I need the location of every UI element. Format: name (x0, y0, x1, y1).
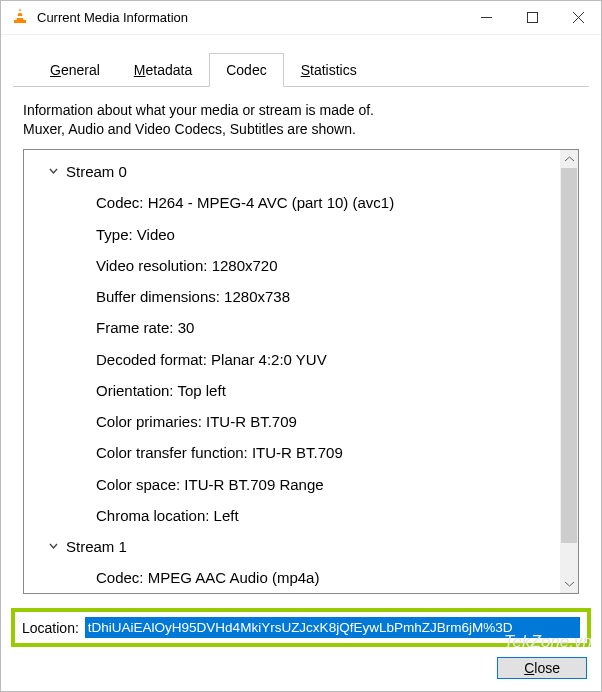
scrollbar[interactable] (560, 150, 578, 593)
svg-rect-1 (17, 11, 23, 13)
vlc-icon (11, 7, 29, 29)
svg-marker-0 (16, 8, 24, 21)
tab-statistics[interactable]: Statistics (284, 53, 374, 87)
stream-node[interactable]: Stream 0 (24, 156, 560, 187)
codec-tree[interactable]: Stream 0Codec: H264 - MPEG-4 AVC (part 1… (23, 149, 579, 594)
stream-property[interactable]: Color space: ITU-R BT.709 Range (24, 469, 560, 500)
stream-property[interactable]: Color transfer function: ITU-R BT.709 (24, 437, 560, 468)
stream-property[interactable]: Buffer dimensions: 1280x738 (24, 281, 560, 312)
stream-property[interactable]: Type: Video (24, 219, 560, 250)
stream-property[interactable]: Codec: MPEG AAC Audio (mp4a) (24, 562, 560, 593)
stream-property[interactable]: Color primaries: ITU-R BT.709 (24, 406, 560, 437)
chevron-down-icon[interactable] (46, 166, 60, 177)
stream-node[interactable]: Stream 1 (24, 531, 560, 562)
stream-name: Stream 0 (66, 160, 127, 183)
scroll-down-arrow[interactable] (560, 575, 578, 593)
maximize-button[interactable] (509, 2, 555, 34)
tab-metadata[interactable]: Metadata (117, 53, 209, 87)
stream-property[interactable]: Chroma location: Left (24, 500, 560, 531)
stream-property[interactable]: Codec: H264 - MPEG-4 AVC (part 10) (avc1… (24, 187, 560, 218)
info-description: Information about what your media or str… (1, 87, 601, 149)
close-button[interactable]: Close (497, 657, 587, 679)
stream-property[interactable]: Orientation: Top left (24, 375, 560, 406)
tab-codec[interactable]: Codec (209, 53, 283, 87)
svg-rect-5 (527, 13, 537, 23)
stream-name: Stream 1 (66, 535, 127, 558)
location-label: Location: (22, 620, 79, 636)
close-window-button[interactable] (555, 2, 601, 34)
svg-rect-2 (16, 16, 23, 18)
tab-general[interactable]: General (33, 53, 117, 87)
location-input[interactable]: tDhiUAiEAlOyH95DVHd4MkiYrsUZJcxK8jQfEywL… (85, 617, 580, 638)
chevron-down-icon[interactable] (46, 541, 60, 552)
scroll-up-arrow[interactable] (560, 150, 578, 168)
stream-property[interactable]: Frame rate: 30 (24, 312, 560, 343)
scroll-track[interactable] (560, 168, 578, 575)
stream-property[interactable]: Decoded format: Planar 4:2:0 YUV (24, 344, 560, 375)
window-title: Current Media Information (37, 10, 463, 25)
location-row: Location: tDhiUAiEAlOyH95DVHd4MkiYrsUZJc… (11, 608, 591, 647)
titlebar[interactable]: Current Media Information (1, 1, 601, 35)
tab-bar: General Metadata Codec Statistics (13, 35, 589, 87)
svg-rect-3 (14, 20, 26, 23)
scroll-thumb[interactable] (561, 168, 577, 543)
media-info-window: Current Media Information General Metada… (0, 0, 602, 692)
stream-property[interactable]: Video resolution: 1280x720 (24, 250, 560, 281)
minimize-button[interactable] (463, 2, 509, 34)
